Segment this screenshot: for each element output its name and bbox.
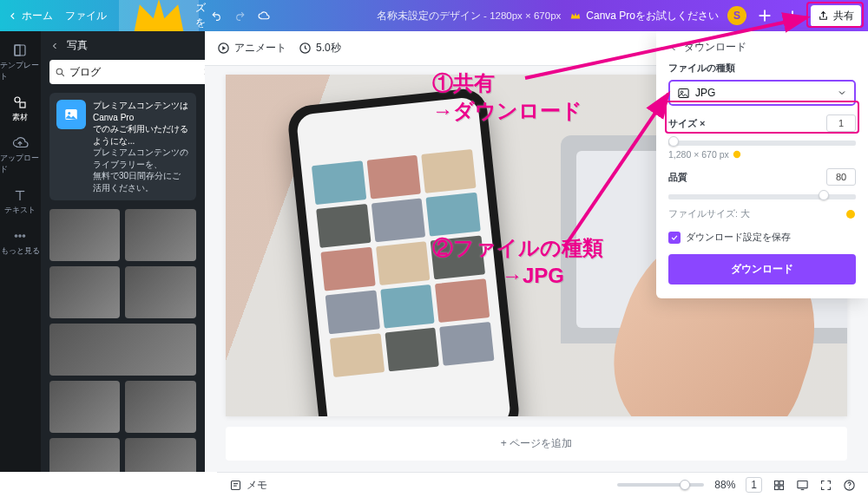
photo-grid: [49, 209, 196, 472]
svg-rect-6: [15, 45, 20, 56]
promo-line4: 無料で30日間存分にご活用ください。: [93, 170, 189, 193]
sidebar-back[interactable]: 写真: [49, 38, 196, 53]
svg-rect-36: [775, 486, 779, 489]
zoom-slider[interactable]: [617, 483, 704, 487]
svg-rect-34: [775, 481, 779, 484]
quality-slider[interactable]: [668, 191, 856, 199]
svg-rect-31: [232, 481, 240, 489]
page-indicator-value: 1: [751, 479, 757, 491]
animate-button[interactable]: アニメート: [217, 41, 286, 56]
svg-line-13: [62, 74, 64, 76]
size-slider[interactable]: [668, 137, 856, 146]
search-input-wrap[interactable]: ✕: [49, 60, 205, 84]
grid-view-icon[interactable]: [773, 479, 786, 492]
footer-bar: メモ 88% 1: [217, 472, 868, 497]
svg-point-26: [681, 91, 683, 94]
rail-elements-label: 素材: [12, 112, 28, 123]
animate-label: アニメート: [234, 41, 286, 56]
quality-label: 品質: [668, 171, 687, 184]
promo-line1: プレミアムコンテンツはCanva Pro: [93, 100, 189, 123]
undo-button[interactable]: [211, 10, 222, 22]
filesize-label: ファイルサイズ: 大: [668, 208, 750, 220]
search-input[interactable]: [69, 66, 200, 78]
left-rail: テンプレート 素材 アップロード テキスト もっと見る: [0, 31, 41, 472]
svg-point-28: [846, 210, 855, 219]
crown-badge-icon: [733, 150, 741, 159]
file-type-select[interactable]: JPG: [668, 80, 856, 106]
checkbox-icon: [668, 232, 681, 244]
download-button[interactable]: ダウンロード: [668, 254, 856, 284]
avatar[interactable]: S: [727, 6, 746, 25]
redo-button[interactable]: [234, 10, 246, 22]
rail-text-label: テキスト: [4, 205, 36, 216]
rail-template[interactable]: テンプレート: [0, 36, 41, 88]
photo-thumb[interactable]: [49, 438, 121, 472]
photo-thumb[interactable]: [125, 438, 196, 472]
home-label: ホーム: [22, 9, 53, 23]
photo-thumb[interactable]: [125, 381, 196, 433]
notes-button[interactable]: メモ: [229, 478, 267, 493]
try-pro-label: Canva Proをお試しください: [586, 9, 719, 23]
save-settings-checkbox[interactable]: ダウンロード設定を保存: [668, 231, 856, 244]
file-menu[interactable]: ファイル: [65, 9, 107, 23]
insights-button[interactable]: [783, 6, 802, 25]
image-icon: [56, 100, 86, 129]
svg-rect-37: [779, 486, 783, 489]
svg-point-7: [15, 97, 20, 102]
fullscreen-icon[interactable]: [819, 479, 832, 492]
svg-point-40: [849, 487, 850, 488]
quality-value-input[interactable]: [826, 168, 856, 186]
promo-line3: プレミアムコンテンツのライブラリーを、: [93, 147, 189, 170]
svg-rect-35: [779, 481, 783, 484]
home-link[interactable]: ホーム: [7, 9, 53, 23]
svg-point-21: [68, 112, 70, 114]
share-label: 共有: [833, 9, 854, 23]
try-pro-button[interactable]: Canva Proをお試しください: [569, 9, 719, 23]
duration-label: 5.0秒: [316, 41, 341, 56]
popover-back-label: ダウンロード: [684, 40, 746, 55]
svg-point-11: [23, 235, 25, 237]
sidebar: 写真 ✕ プレミアムコンテンツはCanva Pro でのみご利用いただけるように…: [41, 31, 205, 472]
top-bar: ホーム ファイル サイズを変更 名称未設定のデザイン - 1280px × 67…: [0, 0, 868, 31]
size-value-input[interactable]: [826, 114, 856, 132]
help-icon[interactable]: [843, 479, 856, 492]
document-title[interactable]: 名称未設定のデザイン - 1280px × 670px: [377, 10, 561, 23]
cloud-sync-icon[interactable]: [258, 10, 269, 22]
photo-thumb[interactable]: [49, 266, 121, 318]
add-page-button[interactable]: + ページを追加: [226, 427, 847, 461]
svg-point-9: [16, 235, 17, 237]
rail-more[interactable]: もっと見る: [1, 222, 40, 263]
rail-elements[interactable]: 素材: [12, 88, 28, 129]
image-type-icon: [677, 87, 690, 100]
popover-back[interactable]: ダウンロード: [668, 40, 856, 55]
page-indicator[interactable]: 1: [746, 477, 762, 493]
file-type-section-label: ファイルの種類: [668, 62, 856, 75]
chevron-down-icon: [837, 88, 847, 98]
duration-button[interactable]: 5.0秒: [299, 41, 341, 56]
rail-text[interactable]: テキスト: [4, 181, 36, 222]
notes-label: メモ: [247, 478, 267, 493]
photo-thumb[interactable]: [125, 266, 196, 318]
download-popover: ダウンロード ファイルの種類 JPG サイズ × 1,280 × 670 px …: [656, 31, 868, 298]
svg-marker-23: [222, 46, 226, 50]
rail-upload[interactable]: アップロード: [0, 129, 41, 181]
rail-upload-label: アップロード: [0, 153, 41, 175]
sidebar-title: 写真: [67, 38, 88, 53]
promo-line2: でのみご利用いただけるようにな...: [93, 123, 189, 147]
photo-thumb[interactable]: [49, 209, 121, 261]
photo-thumb[interactable]: [49, 324, 196, 376]
dimensions-text: 1,280 × 670 px: [668, 149, 729, 160]
crown-badge-icon: [845, 209, 856, 219]
svg-point-10: [19, 235, 21, 237]
invite-button[interactable]: [755, 6, 774, 25]
present-icon[interactable]: [796, 479, 809, 492]
save-settings-label: ダウンロード設定を保存: [686, 231, 791, 244]
share-button[interactable]: 共有: [811, 5, 861, 27]
file-type-value: JPG: [695, 87, 715, 99]
photo-thumb[interactable]: [49, 381, 121, 433]
svg-rect-38: [798, 481, 807, 487]
premium-promo[interactable]: プレミアムコンテンツはCanva Pro でのみご利用いただけるようにな... …: [49, 93, 196, 200]
search-icon: [55, 67, 66, 78]
file-label: ファイル: [65, 9, 107, 23]
photo-thumb[interactable]: [125, 209, 196, 261]
